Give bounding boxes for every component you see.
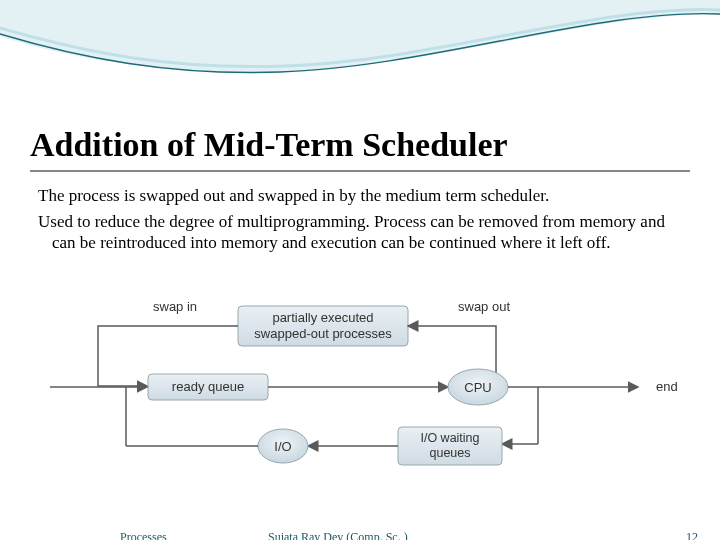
paragraph-2: Used to reduce the degree of multiprogra…	[38, 212, 688, 253]
slide-title: Addition of Mid-Term Scheduler	[30, 126, 508, 164]
page-number: 12	[686, 530, 698, 540]
header-decorative-swoosh	[0, 0, 720, 90]
footer-center: Sujata Ray Dey (Comp. Sc. )	[268, 530, 408, 540]
svg-text:CPU: CPU	[464, 380, 491, 395]
paragraph-1: The process is swapped out and swapped i…	[38, 186, 688, 206]
svg-text:swap in: swap in	[153, 299, 197, 314]
footer-left: Processes	[120, 530, 167, 540]
svg-text:swapped-out processes: swapped-out processes	[254, 326, 392, 341]
body-text: The process is swapped out and swapped i…	[38, 186, 688, 259]
svg-text:swap out: swap out	[458, 299, 510, 314]
svg-text:I/O waiting: I/O waiting	[420, 431, 479, 445]
svg-text:end: end	[656, 379, 678, 394]
scheduler-diagram: partially executed swapped-out processes…	[38, 284, 684, 474]
svg-text:ready queue: ready queue	[172, 379, 244, 394]
svg-text:partially executed: partially executed	[272, 310, 373, 325]
svg-text:queues: queues	[429, 446, 470, 460]
slide: Addition of Mid-Term Scheduler The proce…	[0, 0, 720, 540]
title-underline	[30, 170, 690, 172]
svg-text:I/O: I/O	[274, 439, 291, 454]
